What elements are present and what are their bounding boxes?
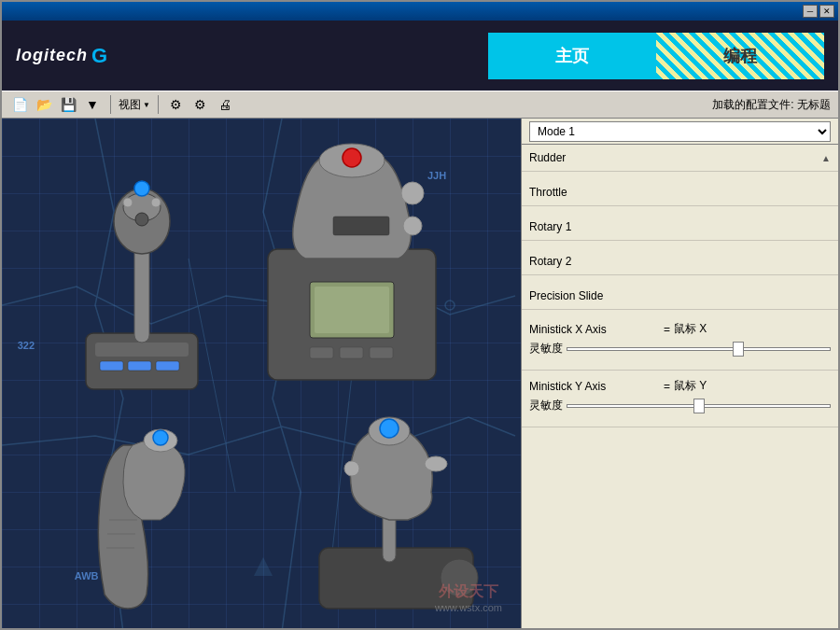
status-text: 加载的配置文件: 无标题 [712,97,831,113]
close-button[interactable]: ✕ [819,5,834,18]
svg-rect-20 [340,347,363,358]
view-label: 视图 [119,97,141,113]
logitech-g-icon: G [91,44,107,68]
precision-slide-header[interactable]: Precision Slide [522,283,838,309]
throttle-label: Throttle [529,186,831,199]
svg-point-14 [151,198,161,207]
rudder-label: Rudder [529,151,821,164]
svg-point-25 [403,217,422,235]
title-bar: ─ ✕ [2,2,838,21]
ministick-x-row: Ministick X Axis = 鼠标 X [529,321,831,337]
toolbar-separator-1 [110,95,111,114]
left-panel: JJH 322 AWB [2,119,521,630]
sensitivity-x-slider[interactable] [567,347,831,351]
ministick-y-label: Ministick Y Axis [529,380,660,393]
precision-slide-label: Precision Slide [529,289,831,302]
sensitivity-y-slider[interactable] [567,404,831,408]
save-icon[interactable]: 💾 [58,94,78,115]
ministick-y-row: Ministick Y Axis = 鼠标 Y [529,378,831,394]
view-menu[interactable]: 视图 ▼ [119,97,150,113]
sensitivity-x-label: 灵敏度 [529,341,567,357]
svg-point-23 [343,148,361,167]
svg-rect-7 [128,361,151,371]
svg-rect-19 [310,347,333,358]
throttle-svg [249,137,455,399]
controls-list[interactable]: Rudder ▲ Throttle Rotary 1 Rotary 2 [522,145,838,630]
svg-point-12 [134,181,149,196]
svg-point-15 [135,213,148,226]
rotary1-item: Rotary 1 [522,214,838,241]
throttle-item: Throttle [522,179,838,206]
ministick-y-section: Ministick Y Axis = 鼠标 Y 灵敏度 [522,371,838,427]
ministick-x-value: 鼠标 X [674,321,707,337]
precision-slide-item: Precision Slide [522,283,838,310]
right-panel: Mode 1 Rudder ▲ Throttle Rotary 1 [521,119,838,630]
svg-rect-8 [156,361,179,371]
minimize-button[interactable]: ─ [803,5,818,18]
svg-rect-18 [315,287,389,333]
svg-rect-21 [370,347,393,358]
nav-home-button[interactable]: 主页 [488,33,656,79]
svg-rect-5 [95,343,189,357]
joystick-left-svg [58,147,226,408]
nav-program-button[interactable]: 编程 [656,33,824,79]
mode-selector: Mode 1 [522,119,838,145]
top-bar: logitech G 主页 编程 [2,21,838,91]
svg-point-38 [344,461,359,476]
settings-icon[interactable]: ⚙ [166,94,187,115]
svg-rect-6 [100,361,123,371]
ministick-x-eq: = [664,323,670,336]
svg-point-24 [401,182,424,204]
ministick-x-item: Ministick X Axis = 鼠标 X 灵敏度 [522,310,838,371]
svg-point-28 [153,430,168,445]
rotary2-label: Rotary 2 [529,255,831,268]
svg-point-37 [425,456,447,471]
new-icon[interactable]: 📄 [9,94,30,115]
svg-marker-3 [254,557,273,576]
base-joystick-svg [301,408,487,623]
gear-icon[interactable]: ⚙ [190,94,211,115]
logitech-logo-text: logitech [16,46,88,65]
sensitivity-y-label: 灵敏度 [529,398,567,413]
ministick-y-value: 鼠标 Y [674,378,707,394]
nav-buttons: 主页 编程 [488,33,824,79]
ministick-y-eq: = [664,380,670,393]
svg-point-33 [441,559,478,596]
toolbar: 📄 📂 💾 ▼ 视图 ▼ ⚙ ⚙ 🖨 加载的配置文件: 无标题 [2,91,838,119]
toolbar-separator-2 [158,95,159,114]
open-icon[interactable]: 📂 [34,94,54,115]
logo-area: logitech G [16,44,107,68]
ministick-x-section: Ministick X Axis = 鼠标 X 灵敏度 [522,310,838,370]
main-area: JJH 322 AWB [2,119,838,630]
dropdown-arrow-icon[interactable]: ▼ [82,94,103,115]
rudder-expand-icon: ▲ [821,153,831,163]
svg-rect-26 [333,217,389,235]
rotary2-item: Rotary 2 [522,248,838,275]
svg-point-13 [123,198,133,207]
sensitivity-x-thumb[interactable] [733,342,744,357]
svg-point-36 [380,419,399,438]
throttle-header[interactable]: Throttle [522,179,838,205]
rudder-item: Rudder ▲ [522,145,838,172]
sensitivity-y-row: 灵敏度 [529,398,831,413]
rudder-header[interactable]: Rudder ▲ [522,145,838,171]
rotary1-header[interactable]: Rotary 1 [522,214,838,240]
mode-dropdown[interactable]: Mode 1 [529,121,831,142]
pistol-grip-svg [77,427,207,613]
ministick-y-item: Ministick Y Axis = 鼠标 Y 灵敏度 [522,371,838,427]
ministick-x-label: Ministick X Axis [529,323,660,336]
rotary1-label: Rotary 1 [529,220,831,233]
print-icon[interactable]: 🖨 [215,94,235,115]
sensitivity-y-thumb[interactable] [693,399,705,413]
rotary2-header[interactable]: Rotary 2 [522,248,838,274]
view-arrow-icon: ▼ [143,101,150,109]
sensitivity-x-row: 灵敏度 [529,341,831,357]
